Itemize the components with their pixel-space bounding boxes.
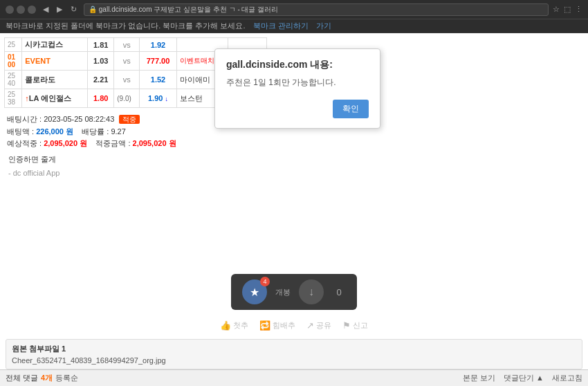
bet-amount-label: 배팅액 : [7,127,36,136]
address-text: gall.dcinside.com 구제받고 싶은말을 추천 ㄱ - 대글 갤러… [99,5,278,15]
bet-final-value: 2,095,020 원 [133,139,176,147]
bookmark-bar: 북마크바로 지정된 폴더에 북마크가 없습니다. 북마크를 추가해 보세요. 북… [0,19,588,33]
row-num-3: 2540 [5,71,22,89]
vs-row3: vs [114,71,140,89]
odds2-row4: 1.90 ↓ [140,89,176,108]
bet-time-label: 배팅시간 : [7,115,44,123]
down-arrow-icon: ↓ [309,286,314,298]
bet-expected-label: 예상적중 : [7,139,44,147]
attachment-filename: Cheer_6352471_40839_1684994297_org.jpg [12,356,576,365]
content-area: 25 시카고컵스 1.81 vs 1.92 0100 EVENT 1.03 vs [0,33,588,386]
vote-down-button[interactable]: ↓ [299,279,324,304]
odds1-row4: 1.80 [88,89,114,108]
first-recommend-button[interactable]: 👍 첫추 [220,320,248,331]
dc-app-text: - dc official App [4,166,584,180]
auth-text: 인증하면 줄게 [4,153,584,166]
arrow-up-icon: ↑ [25,94,29,102]
attachment-section: 원본 첨부파일 1 Cheer_6352471_40839_1684994297… [6,339,582,369]
share-button[interactable]: ↗ 공유 [306,320,331,331]
comment-label: 전체 댓글 [6,373,38,383]
vote-label-section: 개봉 [275,287,291,297]
team1-row4: ↑LA 에인절스 [22,89,88,108]
bet-expected-value: 2,095,020 원 [44,139,87,147]
team1-row1: 시카고컵스 [22,38,88,52]
odds2-row1: 1.92 [140,38,176,52]
lock-icon: 🔒 [89,6,97,13]
handicap-row4: (9.0) [114,89,140,108]
report-icon: ⚑ [342,320,351,331]
bet-dividend-label: 배당률 : [82,127,111,136]
browser-right-icons: ☆ ⬚ ⋮ [553,5,582,14]
browser-buttons [6,6,36,14]
vote-down-section: ↓ [299,279,324,304]
forward-icon[interactable]: ▶ [54,3,65,15]
report-button[interactable]: ⚑ 신고 [342,320,368,331]
row-num-1: 25 [5,38,22,52]
first-recommend-label: 첫추 [233,320,248,331]
event-team-label: EVENT [25,57,50,65]
extensions-icon[interactable]: ⬚ [564,5,571,14]
bottom-right: 본문 보기 댓글단기 ▲ 새로고침 [463,373,582,383]
bottom-left: 전체 댓글 4개 등록순 [6,373,78,383]
odds1-row1: 1.81 [88,38,114,52]
popup-confirm-button[interactable]: 확인 [333,100,369,118]
bookmark-link-1[interactable]: 북마크 관리하기 [253,21,309,31]
browser-btn-1 [6,6,14,14]
popup-dialog: gall.dcinside.com 내용: 주천은 1일 1회만 가능합니다. … [214,48,380,129]
bet-time-value: 2023-05-25 08:22:43 [44,115,114,123]
browser-chrome: ◀ ▶ ↻ 🔒 gall.dcinside.com 구제받고 싶은말을 추천 ㄱ… [0,0,588,19]
odds1-row2: 1.03 [88,52,114,71]
refresh-link[interactable]: 새로고침 [552,373,582,383]
bottom-actions: 👍 첫추 🔁 힘배추 ↗ 공유 ⚑ 신고 [220,320,368,331]
comment-toggle-link[interactable]: 댓글단기 ▲ [504,373,544,383]
team1-row3: 콜로라도 [22,71,88,89]
popup-body: 주천은 1일 1회만 가능합니다. [226,77,369,89]
back-icon[interactable]: ◀ [40,3,51,15]
attachment-title: 원본 첨부파일 1 [12,344,576,354]
bet-amount-value: 226,000 원 [36,127,73,136]
row-num-2: 0100 [5,52,22,71]
star-bookmark-icon[interactable]: ☆ [553,5,560,14]
vs-row2: vs [114,52,140,71]
comment-count: 4개 [41,373,53,383]
view-article-link[interactable]: 본문 보기 [463,373,495,383]
browser-btn-3 [28,6,36,14]
bookmark-text: 북마크바로 지정된 폴더에 북마크가 없습니다. 북마크를 추가해 보세요. [6,21,246,31]
odds1-row3: 2.21 [88,71,114,89]
menu-icon[interactable]: ⋮ [575,5,582,14]
order-dropdown[interactable]: 등록순 [55,373,78,383]
popup-title: gall.dcinside.com 내용: [226,59,369,71]
bookmark-link-2[interactable]: 가기 [316,21,331,31]
refresh-icon[interactable]: ↻ [68,3,80,15]
browser-btn-2 [17,6,25,14]
bet-dividend-value: 9.27 [111,127,125,136]
vote-up-label: 개봉 [275,287,291,297]
team1-row2: EVENT [22,52,88,71]
replay-label: 힘배추 [273,320,295,331]
nav-icons: ◀ ▶ ↻ [40,3,80,15]
star-icon: ★ [250,286,259,299]
action-bar: ★ 4 개봉 ↓ 0 [231,274,357,310]
replay-button[interactable]: 🔁 힘배추 [259,320,295,331]
bet-status-badge: 적중 [119,115,140,124]
vote-up-count: 4 [260,277,270,286]
vote-up-button[interactable]: ★ 4 [242,279,267,304]
vote-neutral-count: 0 [332,287,346,297]
first-recommend-icon: 👍 [220,320,231,331]
vs-row1: vs [114,38,140,52]
bottom-bar: 전체 댓글 4개 등록순 본문 보기 댓글단기 ▲ 새로고침 [0,369,588,386]
vote-section: ★ 4 [242,279,267,304]
bet-final-label: 적중금액 : [95,139,132,147]
share-label: 공유 [316,320,331,331]
row-num-4: 2538 [5,89,22,108]
address-bar[interactable]: 🔒 gall.dcinside.com 구제받고 싶은말을 추천 ㄱ - 대글 … [84,3,549,16]
replay-icon: 🔁 [259,320,270,331]
odds2-row3: 1.52 [140,71,176,89]
share-icon: ↗ [306,320,314,331]
odds2-row2: 777.00 [140,52,176,71]
report-label: 신고 [353,320,368,331]
